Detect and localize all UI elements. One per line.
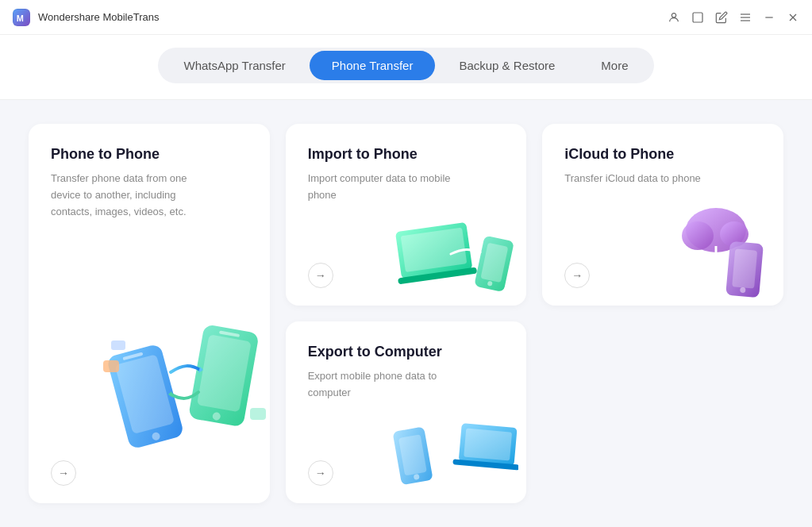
card-import-desc: Import computer data to mobile phone <box>308 171 467 204</box>
icloud-illustration <box>656 194 775 298</box>
card-export-arrow[interactable]: → <box>308 460 333 486</box>
tab-more[interactable]: More <box>579 51 650 80</box>
card-export-desc: Export mobile phone data to computer <box>308 368 467 402</box>
svg-rect-43 <box>464 429 513 461</box>
card-export-title: Export to Computer <box>308 344 505 360</box>
titlebar-left: M Wondershare MobileTrans <box>13 9 159 26</box>
phone-to-phone-illustration <box>103 297 270 456</box>
tab-phone[interactable]: Phone Transfer <box>310 51 436 80</box>
svg-rect-3 <box>693 13 702 22</box>
menu-icon[interactable] <box>739 11 752 24</box>
card-icloud-desc: Transfer iCloud data to phone <box>564 171 723 187</box>
card-export-to-computer[interactable]: Export to Computer Export mobile phone d… <box>286 321 527 503</box>
svg-text:M: M <box>17 13 24 22</box>
main-content: Phone to Phone Transfer phone data from … <box>0 100 812 527</box>
svg-rect-20 <box>103 360 119 372</box>
app-icon: M <box>13 9 30 26</box>
close-icon[interactable] <box>787 11 799 24</box>
window-icon[interactable] <box>691 11 704 24</box>
card-icloud-title: iCloud to Phone <box>564 146 761 163</box>
titlebar: M Wondershare MobileTrans <box>0 0 812 35</box>
nav-bar: WhatsApp Transfer Phone Transfer Backup … <box>0 35 812 100</box>
svg-point-31 <box>682 221 714 250</box>
card-phone-to-phone-arrow[interactable]: → <box>51 460 76 486</box>
card-icloud-to-phone[interactable]: iCloud to Phone Transfer iCloud data to … <box>542 124 783 306</box>
nav-tabs: WhatsApp Transfer Phone Transfer Backup … <box>158 48 653 83</box>
import-illustration <box>391 202 518 298</box>
svg-rect-22 <box>250 408 266 420</box>
card-import-arrow[interactable]: → <box>308 263 333 288</box>
card-phone-to-phone[interactable]: Phone to Phone Transfer phone data from … <box>29 124 270 503</box>
tab-backup[interactable]: Backup & Restore <box>437 51 577 80</box>
profile-icon[interactable] <box>668 11 680 24</box>
edit-icon[interactable] <box>715 11 728 24</box>
card-phone-to-phone-desc: Transfer phone data from one device to a… <box>51 171 210 220</box>
tab-whatsapp[interactable]: WhatsApp Transfer <box>161 51 307 80</box>
card-icloud-arrow[interactable]: → <box>564 263 590 288</box>
titlebar-controls <box>668 11 799 24</box>
card-import-to-phone[interactable]: Import to Phone Import computer data to … <box>286 124 527 306</box>
svg-rect-21 <box>111 340 125 350</box>
card-phone-to-phone-title: Phone to Phone <box>51 146 248 163</box>
svg-point-2 <box>672 13 675 17</box>
minimize-icon[interactable] <box>763 11 775 24</box>
app-title: Wondershare MobileTrans <box>38 11 159 23</box>
card-import-title: Import to Phone <box>308 146 505 163</box>
export-illustration <box>391 400 518 495</box>
svg-rect-36 <box>732 248 757 288</box>
svg-marker-34 <box>710 260 722 266</box>
